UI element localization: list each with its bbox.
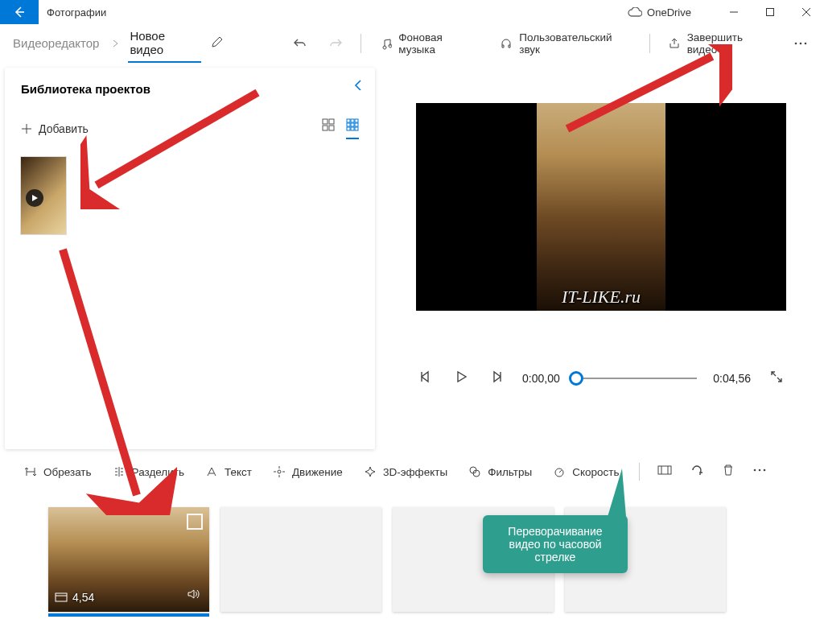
titlebar: Фотографии OneDrive — [0, 0, 824, 24]
storyboard: 4,54 — [0, 489, 824, 620]
fullscreen-button[interactable] — [767, 367, 786, 390]
video-preview[interactable]: IT-LIKE.ru — [416, 103, 786, 311]
app-title: Фотографии — [47, 6, 106, 19]
trim-button[interactable]: Обрезать — [16, 462, 100, 481]
finish-video-button[interactable]: Завершить видео — [660, 27, 781, 60]
headset-icon — [500, 37, 513, 50]
chevron-right-icon — [109, 36, 123, 51]
motion-icon — [273, 465, 286, 478]
svg-point-1 — [795, 42, 797, 44]
maximize-button[interactable] — [752, 0, 788, 24]
storyboard-clip[interactable]: 4,54 — [48, 507, 209, 612]
playback-controls: 0:00,00 0:04,56 — [416, 367, 786, 390]
svg-rect-9 — [351, 119, 354, 122]
clip-checkbox[interactable] — [187, 514, 203, 530]
back-button[interactable] — [0, 0, 39, 24]
svg-rect-0 — [766, 9, 773, 16]
add-media-button[interactable]: Добавить — [21, 122, 89, 135]
storyboard-slot-empty[interactable] — [393, 507, 554, 612]
custom-audio-button[interactable]: Пользовательский звук — [492, 27, 639, 60]
bg-music-button[interactable]: Фоновая музыка — [371, 27, 487, 60]
speed-icon — [553, 465, 566, 478]
sparkle-icon — [364, 465, 377, 478]
next-frame-button[interactable] — [487, 367, 506, 390]
toolbar: Видеоредактор Новое видео Фоновая музыка… — [0, 24, 824, 63]
rename-button[interactable] — [206, 31, 229, 56]
svg-rect-6 — [323, 126, 328, 130]
undo-button[interactable] — [285, 31, 315, 56]
music-icon — [379, 37, 392, 50]
svg-rect-13 — [355, 123, 358, 126]
play-button[interactable] — [451, 367, 471, 390]
main-area: Библиотека проектов Добавить — [0, 63, 824, 449]
separator — [649, 34, 650, 53]
trim-icon — [24, 465, 37, 478]
cloud-icon — [628, 7, 642, 17]
svg-rect-15 — [351, 127, 354, 130]
svg-point-2 — [800, 42, 802, 44]
speed-button[interactable]: Скорость — [545, 462, 627, 481]
svg-point-22 — [753, 469, 756, 472]
storyboard-more-button[interactable] — [746, 460, 773, 483]
custom-audio-label: Пользовательский звук — [519, 31, 631, 56]
watermark-text: IT-LIKE.ru — [562, 287, 641, 308]
aspect-button[interactable] — [651, 460, 678, 483]
video-frame-image — [537, 103, 665, 311]
play-icon — [26, 189, 43, 207]
storyboard-toolbar: Обрезать Разделить Текст Движение 3D-эфф… — [0, 454, 824, 489]
export-icon — [668, 37, 681, 50]
duration-icon — [55, 592, 68, 602]
library-clip-thumb[interactable] — [21, 157, 66, 234]
split-label: Разделить — [132, 466, 184, 478]
plus-icon — [21, 123, 32, 134]
3d-effects-button[interactable]: 3D-эффекты — [356, 462, 455, 481]
rotate-button[interactable] — [683, 460, 711, 484]
view-small-grid-button[interactable] — [346, 118, 359, 139]
svg-rect-12 — [351, 123, 354, 126]
breadcrumb-current[interactable]: Новое видео — [128, 24, 201, 63]
collapse-library-button[interactable] — [352, 79, 364, 93]
motion-button[interactable]: Движение — [265, 462, 351, 481]
view-large-grid-button[interactable] — [322, 118, 335, 139]
redo-button[interactable] — [320, 31, 351, 56]
svg-rect-10 — [355, 119, 358, 122]
preview-panel: IT-LIKE.ru 0:00,00 0:04,56 — [383, 68, 819, 449]
project-library-panel: Библиотека проектов Добавить — [5, 68, 375, 449]
finish-video-label: Завершить видео — [687, 31, 772, 56]
breadcrumb-prev[interactable]: Видеоредактор — [8, 31, 104, 55]
split-button[interactable]: Разделить — [105, 462, 192, 481]
separator — [639, 463, 640, 481]
library-title: Библиотека проектов — [21, 82, 359, 96]
minimize-button[interactable] — [715, 0, 752, 24]
prev-frame-button[interactable] — [416, 367, 435, 390]
svg-rect-8 — [347, 119, 350, 122]
3d-label: 3D-эффекты — [383, 466, 447, 478]
svg-rect-25 — [56, 593, 67, 601]
more-button[interactable] — [785, 32, 816, 55]
svg-point-24 — [763, 469, 765, 472]
text-icon — [205, 465, 218, 478]
onedrive-label: OneDrive — [647, 6, 691, 19]
text-button[interactable]: Текст — [197, 462, 260, 481]
filters-label: Фильтры — [488, 466, 532, 478]
svg-rect-16 — [355, 127, 358, 130]
storyboard-slot-empty[interactable] — [565, 507, 726, 612]
svg-rect-5 — [329, 119, 334, 124]
trim-label: Обрезать — [43, 466, 92, 478]
svg-rect-11 — [347, 123, 350, 126]
speed-label: Скорость — [572, 466, 619, 478]
text-label: Текст — [225, 466, 252, 478]
onedrive-status[interactable]: OneDrive — [628, 6, 691, 19]
delete-button[interactable] — [715, 460, 741, 483]
seek-slider[interactable] — [576, 378, 698, 379]
storyboard-slot-empty[interactable] — [220, 507, 381, 612]
close-button[interactable] — [788, 0, 824, 24]
svg-point-23 — [758, 469, 760, 472]
seek-thumb[interactable] — [569, 371, 583, 386]
arrow-left-icon — [13, 6, 26, 19]
svg-rect-21 — [658, 466, 671, 474]
svg-point-17 — [278, 470, 281, 473]
filters-button[interactable]: Фильтры — [460, 462, 540, 481]
bg-music-label: Фоновая музыка — [398, 31, 479, 56]
volume-icon[interactable] — [187, 588, 201, 604]
